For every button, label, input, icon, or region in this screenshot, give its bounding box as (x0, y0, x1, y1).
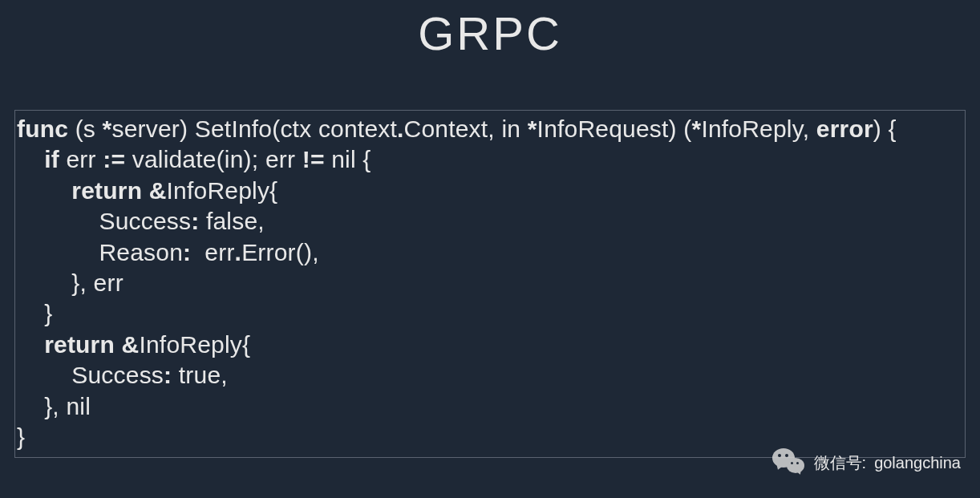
kw-if: if (44, 146, 59, 172)
star: * (528, 115, 537, 142)
code-text: }, nil (17, 393, 91, 419)
amp: & (122, 331, 140, 358)
star: * (103, 115, 112, 142)
code-text: err (191, 239, 234, 265)
kw-return: return (44, 331, 115, 358)
op-assign: := (103, 146, 125, 172)
code-text: (s (68, 115, 102, 142)
wechat-icon (772, 448, 806, 477)
dot: . (397, 115, 404, 142)
code-text: server) SetInfo(ctx context (111, 115, 397, 142)
amp: & (149, 177, 167, 204)
code-text: ) { (873, 115, 897, 142)
code-content: func (s *server) SetInfo(ctx context.Con… (17, 114, 960, 452)
colon: : (191, 208, 199, 234)
code-text: nil { (325, 146, 371, 172)
colon: : (164, 362, 172, 388)
kw-func: func (17, 115, 68, 142)
code-text: validate(in); err (125, 146, 302, 172)
code-text: }, err (17, 269, 124, 296)
code-text: InfoRequest) ( (537, 115, 692, 142)
indent (17, 177, 71, 204)
kw-error: error (816, 115, 873, 142)
slide-title: GRPC (0, 0, 980, 60)
op-neq: != (302, 146, 325, 172)
code-text: true, (172, 362, 228, 388)
kw-return: return (71, 177, 142, 204)
code-text: } (17, 300, 52, 326)
code-text (115, 331, 122, 358)
code-text: InfoReply, (701, 115, 816, 142)
code-text: Reason (17, 239, 183, 265)
code-text (142, 177, 149, 204)
code-block: func (s *server) SetInfo(ctx context.Con… (14, 110, 966, 458)
star: * (692, 115, 702, 142)
code-text: false, (199, 208, 264, 234)
code-text: Error(), (241, 239, 319, 265)
watermark: 微信号: golangchina (772, 448, 961, 477)
watermark-label: 微信号: (814, 452, 867, 474)
code-text: err (59, 146, 103, 172)
colon: : (183, 239, 191, 265)
watermark-value: golangchina (874, 454, 961, 472)
dot: . (235, 239, 242, 265)
code-text: Success (17, 362, 164, 388)
code-text: Context, in (404, 115, 528, 142)
indent (17, 331, 44, 358)
indent (17, 146, 44, 172)
code-text: InfoReply{ (167, 177, 278, 204)
code-text: Success (17, 208, 191, 234)
code-text: } (17, 423, 25, 450)
code-text: InfoReply{ (139, 331, 250, 358)
